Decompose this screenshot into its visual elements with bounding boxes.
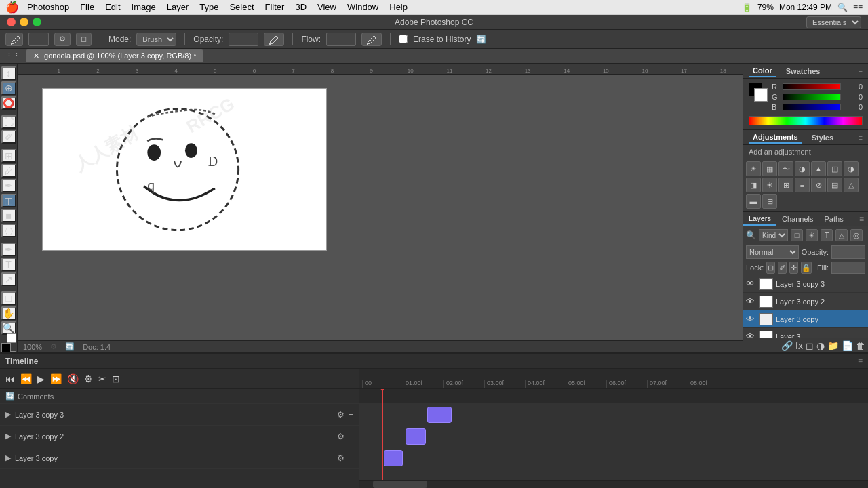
adj-panel-menu[interactable]: ≡	[859, 134, 863, 142]
lock-all-btn[interactable]: 🔒	[801, 262, 812, 274]
blend-mode-select[interactable]: Normal	[746, 245, 799, 259]
add-style-btn[interactable]: fx	[795, 340, 803, 351]
tl-clip[interactable]	[406, 428, 426, 445]
layer-item[interactable]: 👁 Layer 3	[743, 328, 868, 338]
menu-filter[interactable]: Filter	[265, 2, 285, 12]
canvas-area[interactable]: 1 2 3 4 5 6 7 8 9 10 11 12 13 14 15 16 1	[18, 64, 743, 352]
text-tool[interactable]: T	[1, 258, 16, 271]
track-add-icon[interactable]: +	[349, 432, 353, 441]
color-panel-menu[interactable]: ≡	[859, 67, 863, 75]
foreground-color[interactable]	[1, 343, 11, 352]
pen-tool[interactable]: ✒	[1, 243, 16, 256]
menu-image[interactable]: Image	[132, 2, 156, 12]
flow-jitter-btn[interactable]: 🖊	[361, 33, 382, 46]
panel-toggle-btn[interactable]: ⋮⋮	[5, 52, 20, 60]
tab-paths[interactable]: Paths	[819, 213, 849, 225]
bg-color-preview[interactable]	[754, 88, 768, 102]
menu-file[interactable]: File	[80, 2, 94, 12]
brush-tool[interactable]: 🖊	[1, 164, 16, 178]
maximize-button[interactable]	[33, 18, 41, 26]
tab-channels[interactable]: Channels	[776, 213, 818, 225]
track-options-icon[interactable]: ⚙	[337, 453, 344, 463]
lock-paint-btn[interactable]: ✐	[778, 262, 787, 274]
playhead[interactable]	[382, 389, 383, 480]
lasso-tool[interactable]: ⭕	[1, 96, 16, 110]
color-spectrum[interactable]	[749, 116, 863, 125]
clone-tool[interactable]: ✒	[1, 179, 16, 192]
timeline-label-row[interactable]: ▶ Layer 3 copy ⚙ +	[0, 447, 359, 469]
menu-window[interactable]: Window	[347, 2, 378, 12]
curves-adj[interactable]: 〜	[778, 161, 793, 176]
background-color[interactable]	[7, 333, 16, 343]
split-btn[interactable]: ✂	[98, 373, 106, 384]
lock-transparent-btn[interactable]: ⊟	[766, 262, 775, 274]
expand-icon[interactable]: ▶	[5, 432, 11, 441]
mute-btn[interactable]: 🔇	[67, 373, 79, 384]
menu-view[interactable]: View	[317, 2, 336, 12]
add-adj-btn[interactable]: ◑	[816, 340, 825, 351]
track-options-icon[interactable]: ⚙	[337, 410, 344, 420]
eye-icon[interactable]: 👁	[746, 314, 757, 324]
delete-layer-btn[interactable]: 🗑	[856, 340, 865, 351]
path-select-tool[interactable]: ↗	[1, 272, 16, 286]
eye-icon[interactable]: 👁	[746, 279, 757, 289]
brush-settings-btn[interactable]: ⚙	[54, 33, 71, 46]
fill-input[interactable]: 100%	[831, 262, 865, 274]
canvas-image[interactable]: 人人素材 RRCG	[42, 88, 327, 251]
search-icon[interactable]: 🔍	[837, 3, 848, 12]
timeline-label-row[interactable]: ▶ Layer 3 copy 2 ⚙ +	[0, 426, 359, 447]
green-slider[interactable]	[783, 94, 841, 100]
gradient-tool[interactable]: ▣	[1, 209, 16, 222]
expand-icon[interactable]: ▶	[5, 453, 11, 462]
new-group-btn[interactable]: 📁	[827, 340, 839, 351]
tab-adjustments[interactable]: Adjustments	[749, 131, 802, 144]
new-layer-btn[interactable]: 📄	[842, 340, 853, 351]
eye-icon[interactable]: 👁	[746, 296, 757, 306]
tl-clip[interactable]	[427, 407, 452, 423]
menu-photoshop[interactable]: Photoshop	[27, 2, 69, 12]
skip-first-btn[interactable]: ⏮	[5, 373, 15, 384]
tab-swatches[interactable]: Swatches	[782, 66, 825, 77]
shape-tool[interactable]: □	[1, 291, 16, 305]
next-frame-btn[interactable]: ⏩	[50, 373, 62, 384]
layer-opacity-input[interactable]: 100%	[831, 245, 865, 259]
menu-edit[interactable]: Edit	[105, 2, 120, 12]
convert-btn[interactable]: ⊡	[112, 373, 120, 384]
red-slider[interactable]	[783, 83, 841, 90]
healing-tool[interactable]: ⊞	[1, 149, 16, 163]
filter-shape-btn[interactable]: △	[835, 229, 848, 241]
layer-item[interactable]: 👁 Layer 3 copy 2	[743, 293, 868, 310]
track-add-icon[interactable]: +	[349, 410, 353, 420]
timeline-label-row[interactable]: ▶ Layer 3 copy 3 ⚙ +	[0, 404, 359, 426]
close-button[interactable]	[7, 18, 16, 26]
tab-color[interactable]: Color	[749, 65, 776, 77]
lock-position-btn[interactable]: ✛	[789, 262, 798, 274]
eye-icon[interactable]: 👁	[746, 331, 757, 338]
colorbal-adj[interactable]: ◑	[844, 161, 859, 176]
layers-panel-menu[interactable]: ≡	[855, 214, 868, 224]
filter-text-btn[interactable]: T	[821, 229, 833, 241]
hsl-adj[interactable]: ◫	[827, 161, 842, 176]
tab-styles[interactable]: Styles	[808, 132, 837, 143]
opacity-input[interactable]: 100%	[229, 33, 258, 46]
layer-item-active[interactable]: 👁 Layer 3 copy	[743, 310, 868, 328]
minimize-button[interactable]	[20, 18, 28, 26]
blue-slider[interactable]	[783, 104, 841, 110]
doc-tab[interactable]: ✕ gondola.psd @ 100% (Layer 3 copy, RGB/…	[26, 49, 203, 62]
color-lookup[interactable]: ≡	[795, 178, 810, 192]
timeline-panel-menu[interactable]: ≡	[858, 357, 863, 366]
selective-color[interactable]: ⊟	[762, 194, 777, 209]
blur-tool[interactable]: ◌	[1, 224, 16, 237]
layer-item[interactable]: 👁 Layer 3 copy 3	[743, 275, 868, 293]
filter-adj-btn[interactable]: ☀	[806, 229, 818, 241]
flow-input[interactable]: 100%	[326, 33, 356, 46]
tab-layers[interactable]: Layers	[743, 212, 776, 226]
tl-clip[interactable]	[384, 450, 403, 466]
brush-toggle-btn[interactable]: ◻	[76, 33, 92, 46]
control-strip-icon[interactable]: ≡≡	[853, 3, 863, 12]
brightness-adj[interactable]: ☀	[746, 161, 761, 176]
opacity-jitter-btn[interactable]: 🖊	[264, 33, 284, 46]
threshold-adj[interactable]: △	[844, 178, 859, 192]
settings-btn[interactable]: ⚙	[84, 373, 93, 384]
posterize-adj[interactable]: ▤	[827, 178, 842, 192]
